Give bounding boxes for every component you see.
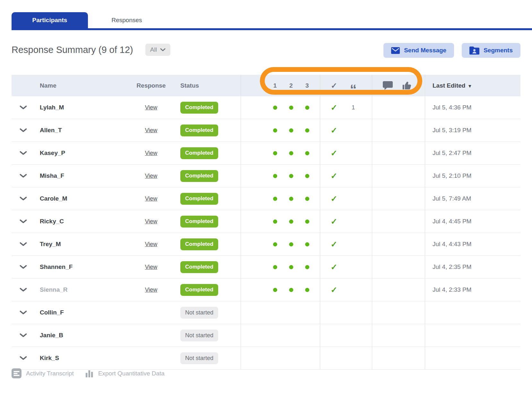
completion-dot [273, 219, 277, 224]
comment-thumbs-cell [372, 324, 425, 347]
question-dots-cell [241, 187, 320, 210]
check-quote-cell: ✓ [320, 256, 372, 278]
status-badge: Completed [180, 216, 218, 228]
footer-actions: Activity Transcript Export Quantitative … [12, 368, 165, 378]
comment-thumbs-cell [372, 233, 425, 255]
last-edited-value: Jul 5, 7:49 AM [433, 195, 471, 202]
status-badge: Completed [180, 102, 218, 114]
view-response-link[interactable]: View [145, 127, 158, 134]
check-quote-cell: ✓ [320, 233, 372, 255]
row-expander[interactable] [12, 119, 35, 142]
row-expander[interactable] [12, 256, 35, 278]
chevron-down-icon [20, 174, 27, 178]
segments-button[interactable]: Segments [462, 43, 520, 58]
view-response-link[interactable]: View [145, 173, 158, 179]
check-icon: ✓ [331, 81, 337, 90]
question-dots-cell [241, 142, 320, 164]
participant-name: Ricky_C [40, 218, 64, 225]
table-row: Misha_F View Completed ✓ Jul 5, 2:10 PM [12, 165, 520, 187]
chevron-down-icon [20, 311, 27, 314]
check-icon: ✓ [331, 103, 338, 112]
chevron-down-icon [160, 48, 166, 51]
check-quote-cell: ✓ [320, 142, 372, 164]
row-expander[interactable] [12, 301, 35, 324]
table-body: Lylah_M View Completed ✓ 1 Jul 5, 4:36 P… [12, 96, 520, 370]
view-response-link[interactable]: View [145, 287, 158, 293]
view-response-link[interactable]: View [145, 241, 158, 248]
tab-participants[interactable]: Participants [12, 12, 88, 28]
table-row: Kirk_S Not started [12, 347, 520, 370]
status-badge: Completed [180, 147, 218, 159]
row-expander[interactable] [12, 210, 35, 233]
quote-count: 1 [344, 104, 363, 111]
filter-value: All [150, 46, 157, 53]
header-check-quote-group: ✓ “ [320, 75, 372, 96]
completion-dot [289, 197, 293, 201]
table-row: Janie_B Not started [12, 324, 520, 347]
view-response-link[interactable]: View [145, 218, 158, 225]
participant-name: Lylah_M [40, 104, 64, 111]
comment-thumbs-cell [372, 279, 425, 301]
row-expander[interactable] [12, 324, 35, 347]
last-edited-value: Jul 5, 4:36 PM [433, 104, 471, 111]
envelope-icon [391, 47, 400, 54]
activity-transcript-label: Activity Transcript [26, 370, 74, 377]
send-message-button[interactable]: Send Message [383, 43, 454, 58]
chevron-down-icon [20, 333, 27, 337]
question-dots-cell [241, 96, 320, 119]
status-badge: Completed [180, 284, 218, 296]
completion-dot [289, 265, 293, 269]
check-icon: ✓ [331, 262, 338, 272]
response-summary-table: Name Response Status 1 2 3 ✓ “ [12, 75, 520, 370]
last-edited-value: Jul 4, 4:43 PM [433, 241, 471, 248]
question-dots-cell [241, 324, 320, 347]
status-badge: Completed [180, 193, 218, 205]
activity-transcript-button[interactable]: Activity Transcript [12, 368, 74, 378]
check-icon: ✓ [331, 149, 338, 158]
table-row: Shannen_F View Completed ✓ Jul 4, 2:35 P… [12, 256, 520, 279]
tab-responses[interactable]: Responses [88, 12, 166, 28]
view-response-link[interactable]: View [145, 195, 158, 202]
row-expander[interactable] [12, 279, 35, 301]
comment-thumbs-cell [372, 96, 425, 119]
participant-name: Trey_M [40, 241, 61, 248]
view-response-link[interactable]: View [145, 150, 158, 157]
header-last-edited-label: Last Edited [433, 82, 465, 89]
status-badge: Completed [180, 170, 218, 182]
view-response-link[interactable]: View [145, 264, 158, 271]
completion-dot [289, 106, 293, 110]
participants-page: Participants Responses Response Summary … [0, 0, 532, 404]
view-response-link[interactable]: View [145, 104, 158, 111]
chevron-down-icon [20, 242, 27, 246]
completion-dot [305, 242, 309, 246]
last-edited-value: Jul 4, 2:35 PM [433, 263, 471, 271]
completion-dot [273, 265, 277, 269]
check-quote-cell: ✓ [320, 210, 372, 233]
row-expander[interactable] [12, 187, 35, 210]
export-quantitative-button[interactable]: Export Quantitative Data [85, 369, 165, 378]
row-expander[interactable] [12, 165, 35, 187]
question-dots-cell [241, 347, 320, 369]
filter-dropdown[interactable]: All [145, 44, 170, 56]
check-icon: ✓ [331, 217, 338, 226]
chevron-down-icon [20, 219, 27, 223]
row-expander[interactable] [12, 96, 35, 119]
row-expander[interactable] [12, 347, 35, 369]
completion-dot [305, 151, 309, 155]
row-expander[interactable] [12, 142, 35, 164]
comment-thumbs-cell [372, 187, 425, 210]
question-dots-cell [241, 165, 320, 187]
check-quote-cell: ✓ [320, 165, 372, 187]
header-name: Name [35, 75, 127, 96]
header-last-edited[interactable]: Last Edited ▾ [425, 75, 520, 96]
title-row: Response Summary (9 of 12) All [12, 44, 170, 56]
completion-dot [305, 288, 309, 292]
completion-dot [289, 128, 293, 133]
thumbs-up-icon [402, 81, 412, 90]
check-icon: ✓ [331, 194, 338, 203]
comment-thumbs-cell [372, 210, 425, 233]
question-dots-cell [241, 256, 320, 278]
chevron-down-icon [20, 106, 27, 109]
segments-label: Segments [484, 47, 513, 54]
row-expander[interactable] [12, 233, 35, 255]
